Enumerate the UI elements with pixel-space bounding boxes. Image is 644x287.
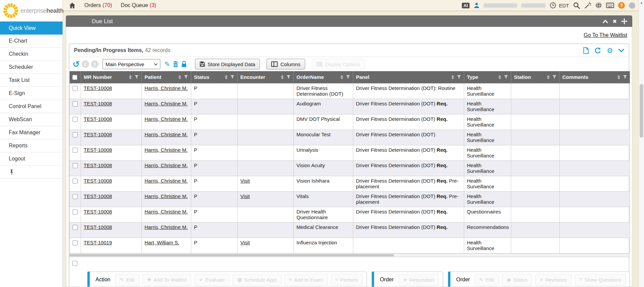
search-icon[interactable] [573,2,580,9]
row-checkbox[interactable] [73,179,78,184]
undo-icon[interactable]: ↺ [73,60,80,68]
filter-icon[interactable] [504,75,508,79]
home-icon[interactable] [69,2,76,9]
mr-number-link[interactable]: TEST-10019 [84,240,112,245]
sort-icon[interactable] [547,75,550,79]
forward-icon[interactable] [91,60,98,68]
sidebar-item-webscan[interactable]: WebScan [0,113,63,126]
clock-icon[interactable] [550,2,556,9]
mr-number-link[interactable]: TEST-10008 [84,101,112,106]
sidebar-item-task-list[interactable]: Task List [0,74,63,87]
patient-link[interactable]: Harris, Christine M. [145,147,188,153]
sidebar-item-checkin[interactable]: Checkin [0,48,63,61]
column-header-station[interactable]: Station [511,71,560,83]
new-document-icon[interactable] [583,47,589,54]
nav-item-orders[interactable]: Orders(70) [84,2,112,8]
encounter-link[interactable]: Visit [240,240,250,245]
sort-icon[interactable] [451,75,454,79]
sort-icon[interactable] [129,75,132,79]
mr-number-link[interactable]: TEST-10008 [84,178,112,184]
sort-icon[interactable] [281,75,284,79]
refresh-icon[interactable] [594,47,601,54]
sidebar-item-e-sign[interactable]: E-Sign [0,87,63,100]
filter-icon[interactable] [286,75,291,79]
row-checkbox[interactable] [73,148,78,153]
mr-number-link[interactable]: TEST-10008 [84,85,112,91]
patient-link[interactable]: Harris, Christine M. [145,85,188,91]
patient-link[interactable]: Harris, Christine M. [145,116,188,122]
column-header-status[interactable]: Status [191,71,238,83]
close-icon[interactable]: ✖ [612,19,617,24]
avatar[interactable] [629,2,635,9]
sidebar-item-quick-view[interactable]: Quick View [0,21,63,35]
row-checkbox[interactable] [73,209,78,214]
filter-icon[interactable] [623,75,627,79]
row-checkbox[interactable] [73,101,78,106]
sort-icon[interactable] [617,75,620,79]
sidebar-item-logout[interactable]: Logout [0,152,63,165]
column-header-patient[interactable]: Patient [142,71,191,83]
filter-icon[interactable] [346,75,350,79]
filter-icon[interactable] [134,75,139,79]
patient-link[interactable]: Hart, William S. [145,240,179,245]
go-to-waitlist-link[interactable]: Go To The Waitlist [583,32,627,38]
column-header-comments[interactable]: Comments [560,71,630,83]
encounter-link[interactable]: Visit [240,178,250,184]
filter-icon[interactable] [457,75,461,79]
encounter-link[interactable]: Visit [240,193,250,199]
back-icon[interactable] [82,60,89,68]
mr-number-link[interactable]: TEST-10008 [84,116,112,122]
patient-link[interactable]: Harris, Christine M. [145,193,188,199]
sidebar-item-fax-manager[interactable]: Fax Manager [0,126,63,139]
column-header-type[interactable]: Type [464,71,511,83]
horizontal-scrollbar[interactable] [69,253,629,257]
keyboard-icon[interactable] [606,3,614,8]
user-icon[interactable] [474,2,480,8]
lock-icon[interactable] [181,61,187,67]
store-displayed-data-button[interactable]: Store Displayed Data [195,59,260,69]
chevron-down-icon[interactable] [618,49,624,52]
wand-icon[interactable] [584,2,591,9]
row-checkbox[interactable] [73,194,78,199]
ai-badge[interactable]: AI [462,3,470,8]
mr-number-link[interactable]: TEST-10008 [84,132,112,137]
gear-icon[interactable]: ⚙ [607,47,613,54]
due-list-header[interactable]: Due List ✖ [66,15,632,27]
column-header-encounter[interactable]: Encounter [238,71,294,83]
patient-link[interactable]: Harris, Christine M. [145,224,188,230]
globe-icon[interactable] [595,2,602,9]
patient-link[interactable]: Harris, Christine M. [145,178,188,184]
filter-icon[interactable] [552,75,557,79]
sort-icon[interactable] [225,75,228,79]
mr-number-link[interactable]: TEST-10008 [84,147,112,153]
mr-number-link[interactable]: TEST-10008 [84,224,112,230]
mr-number-link[interactable]: TEST-10008 [84,209,112,214]
row-checkbox[interactable] [73,225,78,230]
sort-icon[interactable] [340,75,343,79]
mr-number-link[interactable]: TEST-10008 [84,193,112,199]
delete-perspective-icon[interactable] [173,61,178,67]
perspective-select[interactable]: Main Perspective [103,59,160,69]
help-icon[interactable]: ? [618,2,625,9]
select-all-checkbox[interactable] [72,75,77,80]
scrollbar-thumb[interactable] [640,84,643,138]
filter-icon[interactable] [184,75,188,79]
select-all-footer-checkbox[interactable] [72,261,77,266]
column-header-mr-number[interactable]: MR Number [81,71,142,83]
sidebar-item-scheduler[interactable]: Scheduler [0,61,63,74]
filter-icon[interactable] [230,75,235,79]
vertical-scrollbar[interactable]: ▲ [639,0,644,287]
patient-link[interactable]: Harris, Christine M. [145,162,188,168]
sidebar-item-reports[interactable]: Reports [0,139,63,152]
column-header-panel[interactable]: Panel [353,71,464,83]
sort-icon[interactable] [498,75,501,79]
patient-link[interactable]: Harris, Christine M. [145,101,188,106]
move-icon[interactable] [621,18,628,25]
row-checkbox[interactable] [73,240,78,245]
hscroll-thumb[interactable] [69,254,394,256]
row-checkbox[interactable] [73,163,78,168]
patient-link[interactable]: Harris, Christine M. [145,132,188,137]
row-checkbox[interactable] [73,117,78,122]
patient-link[interactable]: Harris, Christine M. [145,209,188,214]
columns-button[interactable]: Columns [267,59,305,69]
